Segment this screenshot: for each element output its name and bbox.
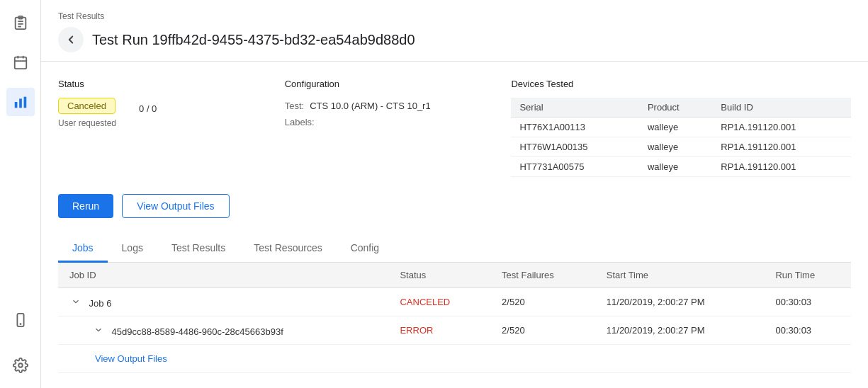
status-badge: Canceled [58,98,115,114]
config-test-row: Test: CTS 10.0 (ARM) - CTS 10_r1 [285,98,512,114]
tab-logs[interactable]: Logs [108,235,157,263]
device-serial: HT76X1A00113 [511,118,638,137]
config-title: Configuration [285,79,512,89]
jobs-table: Job ID Status Test Failures Start Time R… [58,263,851,373]
main-content: Test Results Test Run 19ffb42d-9455-4375… [41,0,868,388]
config-test-label: Test: [285,98,304,114]
config-section: Configuration Test: CTS 10.0 (ARM) - CTS… [285,79,512,177]
info-row: Status Canceled User requested 0 / 0 Con… [58,79,851,177]
child-runtime-cell: 00:30:03 [764,316,851,345]
devices-col-product: Product [639,98,712,118]
svg-point-14 [18,363,23,367]
status-sub-text: User requested [58,118,116,128]
progress-text: 0 / 0 [139,103,157,114]
table-row: 45d9cc88-8589-4486-960c-28c45663b93f ERR… [58,316,851,345]
status-title: Status [58,79,285,89]
tab-test-results[interactable]: Test Results [157,235,239,263]
device-build: RP1A.191120.001 [712,157,851,177]
sidebar-item-calendar[interactable] [6,48,35,76]
device-product: walleye [639,137,712,157]
job-status-cell: CANCELED [388,288,490,316]
action-row: Rerun View Output Files [58,194,851,218]
child-failures-cell: 2/520 [490,316,595,345]
job-failures-cell: 2/520 [490,288,595,316]
device-serial: HT7731A00575 [511,157,638,177]
rerun-button[interactable]: Rerun [58,194,113,218]
child-start-cell: 11/20/2019, 2:00:27 PM [595,316,765,345]
content-area: Status Canceled User requested 0 / 0 Con… [41,62,868,388]
table-row: Job 6 CANCELED 2/520 11/20/2019, 2:00:27… [58,288,851,316]
devices-col-serial: Serial [511,98,638,118]
table-row: HT76X1A00113 walleye RP1A.191120.001 [511,118,851,137]
jobs-col-runtime: Run Time [764,263,851,288]
devices-col-build: Build ID [712,98,851,118]
table-row: HT7731A00575 walleye RP1A.191120.001 [511,157,851,177]
child-job-id-cell: 45d9cc88-8589-4486-960c-28c45663b93f [58,316,388,345]
view-output-row: View Output Files [58,345,851,373]
back-button[interactable] [58,27,84,52]
jobs-col-failures: Test Failures [490,263,595,288]
expand-icon[interactable] [69,295,82,308]
devices-title: Devices Tested [511,79,851,89]
tab-config[interactable]: Config [337,235,393,263]
view-output-button[interactable]: View Output Files [122,194,229,218]
sidebar-item-settings[interactable] [6,351,35,380]
tab-test-resources[interactable]: Test Resources [239,235,336,263]
table-row: HT76W1A00135 walleye RP1A.191120.001 [511,137,851,157]
view-output-link[interactable]: View Output Files [58,348,851,370]
jobs-col-status: Status [388,263,490,288]
devices-section: Devices Tested Serial Product Build ID H… [511,79,851,177]
child-expand-icon[interactable] [92,324,105,336]
sidebar [0,0,41,388]
device-product: walleye [639,157,712,177]
status-section: Status Canceled User requested 0 / 0 [58,79,285,177]
sidebar-item-results[interactable] [6,88,35,116]
device-serial: HT76W1A00135 [511,137,638,157]
status-error-label: ERROR [400,325,433,336]
job-id-cell: Job 6 [58,288,388,316]
tab-jobs[interactable]: Jobs [58,235,108,263]
breadcrumb: Test Results [58,11,851,21]
svg-rect-10 [19,98,22,108]
config-labels-row: Labels: [285,114,512,130]
job-start-cell: 11/20/2019, 2:00:27 PM [595,288,765,316]
svg-rect-11 [23,97,26,108]
child-status-cell: ERROR [388,316,490,345]
devices-table: Serial Product Build ID HT76X1A00113 wal… [511,98,851,177]
device-build: RP1A.191120.001 [712,137,851,157]
svg-rect-5 [14,57,26,69]
config-labels-label: Labels: [285,114,315,130]
jobs-col-id: Job ID [58,263,388,288]
status-canceled-label: CANCELED [400,297,450,307]
page-title: Test Run 19ffb42d-9455-4375-bd32-ea54ab9… [92,32,415,48]
sidebar-item-clipboard[interactable] [6,8,35,37]
job-runtime-cell: 00:30:03 [764,288,851,316]
jobs-col-start: Start Time [595,263,765,288]
tabs: JobsLogsTest ResultsTest ResourcesConfig [58,235,851,263]
header: Test Results Test Run 19ffb42d-9455-4375… [41,0,868,62]
device-product: walleye [639,118,712,137]
device-build: RP1A.191120.001 [712,118,851,137]
svg-rect-9 [14,102,17,108]
sidebar-item-devices[interactable] [6,306,35,334]
config-test-value: CTS 10.0 (ARM) - CTS 10_r1 [310,98,431,114]
